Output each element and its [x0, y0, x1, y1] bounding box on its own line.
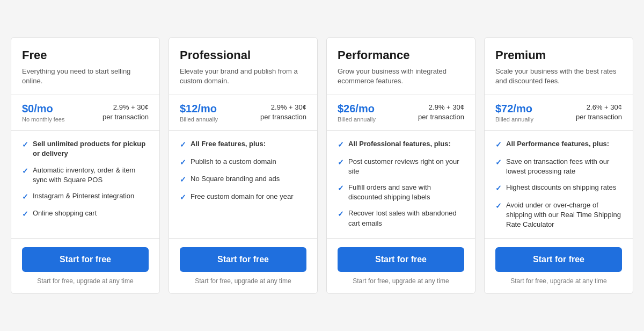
feature-text-performance-0: All Professional features, plus:: [348, 139, 451, 149]
plan-card-premium: PremiumScale your business with the best…: [484, 37, 633, 294]
feature-item-premium-3: ✓Avoid under or over-charge of shipping …: [495, 200, 622, 230]
price-label-premium: Billed annually: [495, 116, 533, 123]
feature-item-premium-2: ✓Highest discounts on shipping rates: [495, 183, 622, 194]
cta-button-professional[interactable]: Start for free: [180, 247, 306, 272]
check-icon-premium-1: ✓: [495, 157, 502, 168]
feature-item-free-0: ✓Sell unlimited products for pickup or d…: [22, 139, 149, 159]
check-icon-premium-3: ✓: [495, 201, 502, 212]
price-label-professional: Billed annually: [180, 116, 218, 123]
cta-button-premium[interactable]: Start for free: [495, 247, 622, 272]
check-icon-premium-0: ✓: [495, 140, 502, 150]
check-icon-performance-1: ✓: [338, 157, 344, 168]
price-transaction-professional: 2.9% + 30¢per transaction: [260, 103, 306, 122]
cta-subtext-free: Start for free, upgrade at any time: [37, 277, 133, 285]
plan-description-premium: Scale your business with the best rates …: [495, 67, 622, 86]
cta-subtext-professional: Start for free, upgrade at any time: [195, 277, 291, 285]
feature-item-free-3: ✓Online shopping cart: [22, 208, 149, 220]
plan-header-free: FreeEverything you need to start selling…: [11, 38, 159, 95]
check-icon-performance-2: ✓: [338, 183, 344, 194]
feature-text-free-1: Automatic inventory, order & item sync w…: [33, 166, 149, 185]
plan-features-premium: ✓All Performance features, plus:✓Save on…: [485, 131, 633, 239]
feature-text-premium-1: Save on transaction fees with our lowest…: [506, 157, 622, 176]
feature-item-professional-1: ✓Publish to a custom domain: [180, 157, 306, 168]
plan-card-free: FreeEverything you need to start selling…: [11, 37, 160, 294]
check-icon-performance-0: ✓: [338, 140, 344, 150]
feature-item-professional-3: ✓Free custom domain for one year: [180, 192, 306, 203]
plan-header-performance: PerformanceGrow your business with integ…: [327, 38, 475, 95]
price-amount-performance: $26/mo: [338, 103, 376, 115]
cta-subtext-premium: Start for free, upgrade at any time: [510, 277, 606, 285]
pricing-grid: FreeEverything you need to start selling…: [11, 37, 633, 294]
price-main-premium: $72/moBilled annually: [495, 103, 533, 123]
plan-features-performance: ✓All Professional features, plus:✓Post c…: [327, 131, 475, 239]
plan-header-premium: PremiumScale your business with the best…: [485, 38, 633, 95]
feature-text-professional-2: No Square branding and ads: [191, 174, 280, 184]
price-transaction-free: 2.9% + 30¢per transaction: [103, 103, 149, 122]
feature-item-performance-2: ✓Fulfill orders and save with discounted…: [338, 183, 464, 202]
plan-description-performance: Grow your business with integrated ecomm…: [338, 67, 464, 86]
check-icon-free-3: ✓: [22, 209, 28, 220]
plan-pricing-professional: $12/moBilled annually2.9% + 30¢per trans…: [169, 95, 317, 131]
check-icon-free-0: ✓: [22, 140, 28, 150]
plan-cta-premium: Start for freeStart for free, upgrade at…: [485, 239, 633, 293]
price-main-performance: $26/moBilled annually: [338, 103, 376, 123]
plan-features-professional: ✓All Free features, plus:✓Publish to a c…: [169, 131, 317, 239]
plan-header-professional: ProfessionalElevate your brand and publi…: [169, 38, 317, 95]
price-amount-premium: $72/mo: [495, 103, 533, 115]
check-icon-free-1: ✓: [22, 166, 28, 177]
price-amount-free: $0/mo: [22, 103, 64, 115]
feature-item-professional-2: ✓No Square branding and ads: [180, 174, 306, 185]
price-label-performance: Billed annually: [338, 116, 376, 123]
plan-name-performance: Performance: [338, 48, 464, 62]
plan-name-professional: Professional: [180, 48, 306, 62]
price-transaction-premium: 2.6% + 30¢per transaction: [576, 103, 622, 122]
check-icon-professional-1: ✓: [180, 157, 186, 168]
plan-pricing-premium: $72/moBilled annually2.6% + 30¢per trans…: [485, 95, 633, 131]
feature-text-free-0: Sell unlimited products for pickup or de…: [33, 139, 149, 159]
feature-text-professional-0: All Free features, plus:: [191, 139, 266, 149]
feature-text-free-3: Online shopping cart: [33, 208, 97, 218]
feature-item-premium-0: ✓All Performance features, plus:: [495, 139, 622, 150]
price-main-professional: $12/moBilled annually: [180, 103, 218, 123]
plan-description-free: Everything you need to start selling onl…: [22, 67, 149, 86]
feature-text-professional-1: Publish to a custom domain: [191, 157, 276, 167]
feature-item-free-1: ✓Automatic inventory, order & item sync …: [22, 166, 149, 185]
plan-cta-performance: Start for freeStart for free, upgrade at…: [327, 239, 475, 293]
cta-button-performance[interactable]: Start for free: [338, 247, 464, 272]
feature-text-free-2: Instagram & Pinterest integration: [33, 191, 134, 201]
feature-item-professional-0: ✓All Free features, plus:: [180, 139, 306, 150]
cta-button-free[interactable]: Start for free: [22, 247, 149, 272]
plan-description-professional: Elevate your brand and publish from a cu…: [180, 67, 306, 86]
feature-item-performance-1: ✓Post customer reviews right on your sit…: [338, 157, 464, 176]
feature-item-free-2: ✓Instagram & Pinterest integration: [22, 191, 149, 203]
feature-text-professional-3: Free custom domain for one year: [191, 192, 293, 202]
price-transaction-performance: 2.9% + 30¢per transaction: [418, 103, 464, 122]
feature-text-premium-0: All Performance features, plus:: [506, 139, 609, 149]
check-icon-professional-0: ✓: [180, 140, 186, 150]
check-icon-professional-3: ✓: [180, 192, 186, 203]
price-amount-professional: $12/mo: [180, 103, 218, 115]
plan-cta-professional: Start for freeStart for free, upgrade at…: [169, 239, 317, 293]
feature-item-performance-0: ✓All Professional features, plus:: [338, 139, 464, 150]
plan-name-free: Free: [22, 48, 149, 62]
check-icon-professional-2: ✓: [180, 175, 186, 185]
feature-text-premium-2: Highest discounts on shipping rates: [506, 183, 616, 192]
price-main-free: $0/moNo monthly fees: [22, 103, 64, 123]
check-icon-premium-2: ✓: [495, 183, 502, 194]
feature-item-premium-1: ✓Save on transaction fees with our lowes…: [495, 157, 622, 176]
plan-cta-free: Start for freeStart for free, upgrade at…: [11, 239, 159, 293]
feature-text-performance-1: Post customer reviews right on your site: [348, 157, 464, 176]
plan-card-professional: ProfessionalElevate your brand and publi…: [169, 37, 318, 294]
price-label-free: No monthly fees: [22, 116, 64, 123]
plan-card-performance: PerformanceGrow your business with integ…: [326, 37, 475, 294]
feature-item-performance-3: ✓Recover lost sales with abandoned cart …: [338, 208, 464, 228]
plan-features-free: ✓Sell unlimited products for pickup or d…: [11, 131, 159, 239]
feature-text-premium-3: Avoid under or over-charge of shipping w…: [506, 200, 622, 230]
feature-text-performance-2: Fulfill orders and save with discounted …: [348, 183, 464, 202]
plan-pricing-free: $0/moNo monthly fees2.9% + 30¢per transa…: [11, 95, 159, 131]
feature-text-performance-3: Recover lost sales with abandoned cart e…: [348, 208, 464, 228]
check-icon-performance-3: ✓: [338, 209, 344, 220]
plan-pricing-performance: $26/moBilled annually2.9% + 30¢per trans…: [327, 95, 475, 131]
check-icon-free-2: ✓: [22, 192, 28, 203]
cta-subtext-performance: Start for free, upgrade at any time: [353, 277, 449, 285]
